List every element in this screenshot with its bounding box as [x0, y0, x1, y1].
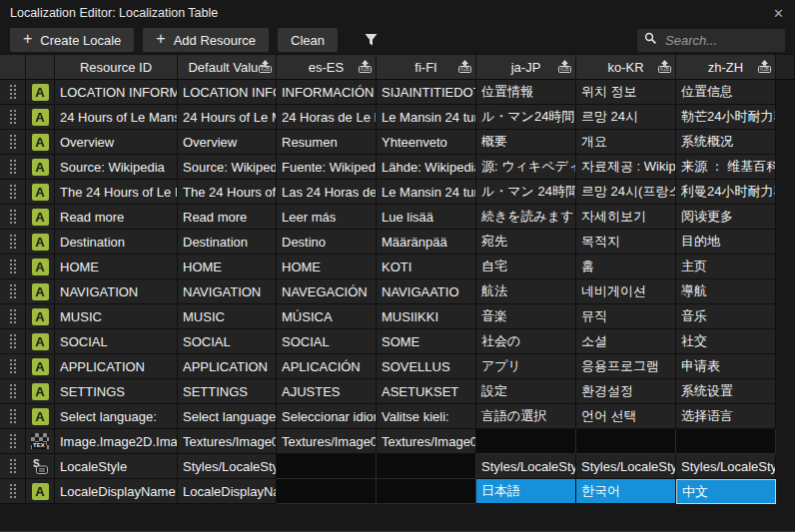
cell-fi_FI[interactable]: ASETUKSET — [377, 379, 476, 404]
cell-default_value[interactable]: Destination — [178, 230, 277, 255]
export-translations-icon[interactable]: K2B — [258, 60, 273, 76]
column-header-fi_FI[interactable]: fi-FI K2B — [377, 54, 476, 80]
cell-es_ES[interactable]: AJUSTES — [277, 379, 377, 404]
row-drag-handle[interactable] — [0, 130, 26, 155]
cell-default_value[interactable]: Read more — [178, 205, 277, 230]
cell-ja_JP[interactable]: 宛先 — [476, 230, 576, 255]
cell-es_ES[interactable]: Leer más — [277, 205, 377, 230]
cell-default_value[interactable]: Styles/LocaleStyle — [178, 454, 277, 479]
cell-ko_KR[interactable]: 홈 — [576, 255, 676, 279]
cell-ja_JP[interactable]: 音楽 — [476, 304, 576, 329]
cell-es_ES[interactable]: SOCIAL — [277, 329, 377, 354]
cell-es_ES[interactable]: Fuente: Wikipedia — [277, 155, 377, 180]
cell-resource_id[interactable]: Source: Wikipedia — [55, 155, 178, 180]
export-translations-icon[interactable]: K2B — [457, 60, 472, 76]
cell-ja_JP[interactable]: 源: ウィキペディア — [476, 155, 576, 180]
cell-fi_FI[interactable]: SOVELLUS — [377, 354, 476, 379]
row-drag-handle[interactable] — [0, 80, 26, 105]
cell-default_value[interactable]: Textures/Image01 — [178, 429, 277, 454]
cell-ja_JP[interactable]: 社会の — [476, 329, 576, 354]
cell-resource_id[interactable]: MUSIC — [55, 304, 178, 329]
cell-ko_KR[interactable]: 목적지 — [576, 230, 676, 255]
cell-fi_FI[interactable]: NAVIGAATIO — [377, 279, 476, 304]
cell-ja_JP[interactable]: 続きを読みます — [476, 205, 576, 230]
cell-zh_ZH[interactable]: Styles/LocaleStyle — [676, 454, 776, 479]
cell-ko_KR[interactable]: 한국어 — [576, 479, 676, 504]
row-drag-handle[interactable] — [0, 379, 26, 404]
row-drag-handle[interactable] — [0, 279, 26, 304]
close-icon[interactable]: ✕ — [770, 6, 787, 21]
cell-es_ES[interactable]: Destino — [277, 230, 377, 255]
cell-es_ES[interactable]: HOME — [277, 255, 377, 279]
cell-resource_id[interactable]: Image.Image2D.Imag — [55, 429, 178, 454]
cell-resource_id[interactable]: APPLICATION — [55, 354, 178, 379]
cell-ko_KR[interactable]: 르망 24시(프랑스 — [576, 180, 676, 205]
cell-zh_ZH[interactable]: 導航 — [676, 279, 776, 304]
row-drag-handle[interactable] — [0, 404, 26, 429]
cell-ja_JP[interactable]: 概要 — [476, 130, 576, 155]
cell-default_value[interactable]: APPLICATION — [178, 354, 277, 379]
cell-ja_JP[interactable]: ル・マン 24時間レース — [476, 180, 576, 205]
cell-zh_ZH[interactable]: 目的地 — [676, 230, 776, 255]
cell-zh_ZH[interactable]: 系统设置 — [676, 379, 776, 404]
cell-resource_id[interactable]: LocaleDisplayName — [55, 479, 178, 504]
row-drag-handle[interactable] — [0, 105, 26, 130]
cell-default_value[interactable]: SETTINGS — [178, 379, 277, 404]
export-translations-icon[interactable]: K2B — [358, 60, 373, 76]
cell-zh_ZH[interactable]: 主页 — [676, 255, 776, 279]
cell-zh_ZH[interactable]: 位置信息 — [676, 80, 776, 105]
cell-zh_ZH[interactable]: 选择语言 — [676, 404, 776, 429]
cell-default_value[interactable]: 24 Hours of Le Ma — [178, 105, 277, 130]
cell-resource_id[interactable]: Destination — [55, 230, 178, 255]
column-header-ja_JP[interactable]: ja-JP K2B — [476, 54, 576, 80]
filter-icon[interactable] — [364, 33, 379, 47]
cell-zh_ZH[interactable]: 来源 ： 维基百科 — [676, 155, 776, 180]
cell-zh_ZH[interactable]: 社交 — [676, 329, 776, 354]
row-drag-handle[interactable] — [0, 354, 26, 379]
cell-ja_JP[interactable]: アプリ — [476, 354, 576, 379]
column-header-ko_KR[interactable]: ko-KR K2B — [576, 54, 676, 80]
search-input[interactable] — [663, 32, 778, 49]
cell-ko_KR[interactable]: 위치 정보 — [576, 80, 676, 105]
row-drag-handle[interactable] — [0, 205, 26, 230]
cell-ko_KR[interactable]: Styles/LocaleStyle — [576, 454, 676, 479]
cell-ko_KR[interactable]: 소셜 — [576, 329, 676, 354]
row-drag-handle[interactable] — [0, 454, 26, 479]
cell-ko_KR[interactable]: 환경설정 — [576, 379, 676, 404]
cell-ko_KR[interactable]: 언어 선택 — [576, 404, 676, 429]
cell-resource_id[interactable]: SOCIAL — [55, 329, 178, 354]
cell-zh_ZH[interactable]: 申请表 — [676, 354, 776, 379]
cell-ja_JP[interactable]: ル・マン24時間レース — [476, 105, 576, 130]
create-locale-button[interactable]: + Create Locale — [10, 28, 134, 52]
cell-resource_id[interactable]: 24 Hours of Le Mans — [55, 105, 178, 130]
cell-fi_FI[interactable] — [377, 454, 476, 479]
cell-resource_id[interactable]: NAVIGATION — [55, 279, 178, 304]
row-drag-handle[interactable] — [0, 155, 26, 180]
cell-default_value[interactable]: LocaleDisplayNam — [178, 479, 277, 504]
export-translations-icon[interactable]: K2B — [657, 60, 672, 76]
column-header-default_value[interactable]: Default Value K2B — [178, 54, 277, 80]
cell-resource_id[interactable]: LOCATION INFORMAT — [55, 80, 178, 105]
cell-es_ES[interactable] — [277, 454, 377, 479]
cell-ko_KR[interactable]: 개요 — [576, 130, 676, 155]
cell-fi_FI[interactable]: MUSIIKKI — [377, 304, 476, 329]
cell-fi_FI[interactable]: Määränpää — [377, 230, 476, 255]
row-drag-handle[interactable] — [0, 329, 26, 354]
cell-es_ES[interactable]: Resumen — [277, 130, 377, 155]
cell-fi_FI[interactable]: KOTI — [377, 255, 476, 279]
cell-fi_FI[interactable]: Valitse kieli: — [377, 404, 476, 429]
cell-ja_JP[interactable]: 日本語 — [476, 479, 576, 504]
export-translations-icon[interactable]: K2B — [757, 60, 772, 76]
cell-es_ES[interactable]: MÚSICA — [277, 304, 377, 329]
cell-es_ES[interactable]: APLICACIÓN — [277, 354, 377, 379]
cell-es_ES[interactable]: Textures/Image02 — [277, 429, 377, 454]
cell-fi_FI[interactable]: SOME — [377, 329, 476, 354]
row-drag-handle[interactable] — [0, 180, 26, 205]
cell-default_value[interactable]: LOCATION INFOR — [178, 80, 277, 105]
cell-ko_KR[interactable]: 응용프로그램 — [576, 354, 676, 379]
cell-fi_FI[interactable]: Le Mansin 24 tunn — [377, 105, 476, 130]
cell-fi_FI[interactable]: Yhteenveto — [377, 130, 476, 155]
cell-zh_ZH[interactable]: 阅读更多 — [676, 205, 776, 230]
cell-ko_KR[interactable]: 네비게이션 — [576, 279, 676, 304]
cell-es_ES[interactable]: 24 Horas de Le M — [277, 105, 377, 130]
